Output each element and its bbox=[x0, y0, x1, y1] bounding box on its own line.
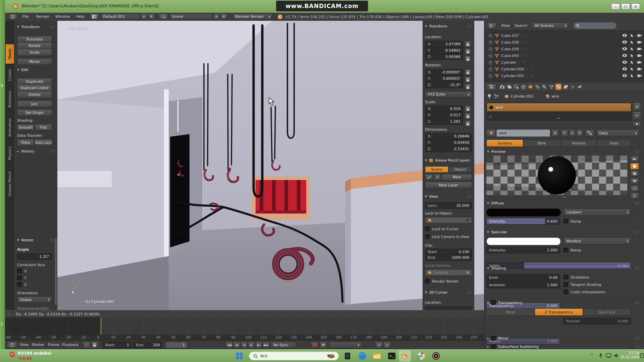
gp-new-layer-button[interactable]: New Layer bbox=[425, 182, 472, 188]
scale-x-field[interactable]: X:0.024 bbox=[425, 106, 463, 112]
tab-raytrace[interactable]: Raytrace bbox=[583, 308, 631, 316]
outliner-row[interactable]: + Cube.039 | bbox=[484, 46, 644, 52]
scale-z-field[interactable]: Z:1.261 bbox=[425, 118, 463, 125]
menu-file[interactable]: File bbox=[22, 14, 29, 19]
panel-header-history[interactable]: ►History bbox=[17, 149, 55, 154]
preview-monkey-icon[interactable] bbox=[630, 178, 639, 184]
object-icon[interactable] bbox=[527, 84, 533, 90]
renderability-camera-icon[interactable] bbox=[637, 40, 642, 44]
gp-draw-icon[interactable] bbox=[425, 174, 433, 180]
editor-type-outliner-icon[interactable] bbox=[487, 22, 496, 29]
sync-mode-dropdown[interactable]: No Sync bbox=[271, 342, 296, 348]
gp-new-button[interactable]: New bbox=[442, 174, 472, 180]
expand-icon[interactable]: + bbox=[488, 54, 493, 58]
panel-header-rotate[interactable]: ▼Rotate bbox=[17, 238, 55, 242]
cast-screen-icon[interactable] bbox=[606, 353, 612, 358]
lock-icon[interactable] bbox=[465, 106, 471, 112]
join-button[interactable]: Join bbox=[17, 101, 52, 107]
panel-header-preview[interactable]: ▼Preview bbox=[487, 149, 640, 154]
autokey-record-icon[interactable] bbox=[83, 342, 90, 348]
ambient-field[interactable]: Ambient:1.000 bbox=[486, 282, 560, 288]
material-link-dropdown[interactable]: Data▲▼ bbox=[596, 129, 639, 137]
panel-header-specular[interactable]: ▼Specular bbox=[487, 230, 640, 234]
preview-world-icon[interactable] bbox=[630, 192, 639, 199]
visibility-eye-icon[interactable] bbox=[622, 54, 627, 57]
screen-layout-selector[interactable]: Default.001 bbox=[100, 13, 140, 20]
timeline-ruler[interactable]: -60-50-40-30-20-100102030405060708090100… bbox=[5, 335, 484, 341]
rotation-z-field[interactable]: Z:-31.9° bbox=[425, 82, 463, 88]
minimize-button[interactable]: – bbox=[611, 3, 620, 10]
fresnel-field[interactable]: Fresnel:0.000 bbox=[564, 318, 631, 324]
slot-add-button[interactable]: + bbox=[633, 103, 641, 111]
renderability-camera-icon[interactable] bbox=[637, 47, 642, 51]
diffuse-ramp-checkbox[interactable]: Ramp bbox=[564, 219, 581, 224]
list-resize-grip[interactable]: ══ bbox=[557, 117, 561, 120]
pin-icon[interactable] bbox=[487, 94, 492, 99]
eyedropper-icon[interactable] bbox=[465, 218, 469, 223]
scene-add-button[interactable]: + bbox=[213, 13, 220, 20]
renderability-camera-icon[interactable] bbox=[637, 54, 642, 57]
preview-plane-icon[interactable] bbox=[630, 156, 639, 162]
duplicate-linked-button[interactable]: Duplicate Linked bbox=[17, 85, 52, 92]
menu-render[interactable]: Render bbox=[36, 14, 49, 19]
editor-type-properties-icon[interactable] bbox=[486, 83, 496, 90]
mirror-checkbox[interactable] bbox=[491, 336, 496, 341]
selectability-cursor-icon[interactable] bbox=[630, 74, 634, 78]
cursor-x-field[interactable] bbox=[425, 306, 472, 310]
specular-ramp-checkbox[interactable]: Ramp bbox=[564, 248, 581, 252]
visibility-eye-icon[interactable] bbox=[622, 67, 627, 71]
layout-add-button[interactable]: + bbox=[141, 13, 147, 20]
lock-icon[interactable] bbox=[465, 113, 471, 120]
edge-icon[interactable] bbox=[358, 351, 367, 361]
fake-user-button[interactable]: F bbox=[561, 129, 568, 137]
material-browse-icon[interactable] bbox=[486, 129, 496, 137]
transparency-checkbox[interactable] bbox=[491, 300, 496, 305]
render-engine-selector[interactable]: Blender Render ▲▼ bbox=[232, 13, 273, 20]
renderability-camera-icon[interactable] bbox=[637, 67, 642, 71]
panel-header-mirror[interactable]: ► Mirror bbox=[487, 336, 640, 341]
node-tree-icon[interactable] bbox=[494, 94, 499, 99]
timeline-menu-playback[interactable]: Playback bbox=[62, 343, 78, 347]
delete-keyframe-icon[interactable] bbox=[383, 342, 391, 348]
close-button[interactable]: × bbox=[631, 3, 640, 10]
outliner-row[interactable]: + Cylinder.001 | bbox=[484, 72, 644, 79]
taskbar-app-icon[interactable] bbox=[343, 351, 352, 361]
diffuse-intensity-slider[interactable]: Intensity:0.800 bbox=[486, 218, 560, 225]
scene-delete-button[interactable]: ✕ bbox=[220, 13, 227, 20]
expand-icon[interactable]: + bbox=[488, 67, 493, 71]
flat-button[interactable]: Flat bbox=[35, 124, 52, 131]
terminal-icon[interactable]: >_ bbox=[387, 351, 396, 361]
clear-icon[interactable]: ✕ bbox=[466, 270, 469, 275]
translate-button[interactable]: Translate bbox=[17, 36, 52, 43]
timeline-menu-view[interactable]: View bbox=[20, 343, 29, 347]
layout-delete-button[interactable]: ✕ bbox=[148, 13, 155, 20]
material-users-count[interactable]: 4 bbox=[551, 129, 559, 137]
timeline-playhead[interactable] bbox=[101, 317, 101, 335]
blender-taskbar-icon[interactable] bbox=[400, 351, 410, 361]
lock-icon[interactable] bbox=[465, 41, 471, 48]
sss-checkbox[interactable] bbox=[491, 344, 496, 349]
rotation-y-field[interactable]: Y:0.000003° bbox=[425, 75, 463, 82]
orientation-dropdown[interactable]: Global ▲▼ bbox=[17, 296, 52, 303]
editor-type-info-icon[interactable] bbox=[8, 14, 17, 20]
scale-y-field[interactable]: Y:0.017 bbox=[425, 112, 463, 118]
axis-y-checkbox[interactable]: Y bbox=[17, 276, 26, 280]
tray-expand-chevron[interactable]: ^ bbox=[590, 353, 593, 357]
visibility-eye-icon[interactable] bbox=[622, 74, 627, 77]
corner-grip-icon[interactable] bbox=[6, 312, 11, 316]
tool-tab-physics[interactable]: Physics bbox=[6, 143, 14, 164]
start-button[interactable] bbox=[235, 351, 244, 361]
lock-camera-checkbox[interactable]: Lock Camera to View bbox=[425, 234, 469, 239]
insert-keyframe-icon[interactable] bbox=[375, 342, 383, 348]
location-z-field[interactable]: Z:3.09366 bbox=[425, 54, 463, 60]
set-origin-button[interactable]: Set Origin bbox=[17, 109, 52, 116]
angle-field[interactable]: 1.32° bbox=[17, 253, 52, 260]
dim-x-field[interactable]: X:0.26846 bbox=[425, 133, 472, 139]
selectability-cursor-icon[interactable] bbox=[630, 67, 634, 71]
selectability-cursor-icon[interactable] bbox=[630, 34, 634, 38]
shadeless-checkbox[interactable]: Shadeless bbox=[564, 275, 589, 280]
dim-y-field[interactable]: Y:0.03459 bbox=[425, 139, 472, 146]
renderability-camera-icon[interactable] bbox=[637, 74, 642, 77]
object-data-icon[interactable] bbox=[548, 84, 554, 90]
location-x-field[interactable]: X:3.07389 bbox=[425, 41, 463, 47]
